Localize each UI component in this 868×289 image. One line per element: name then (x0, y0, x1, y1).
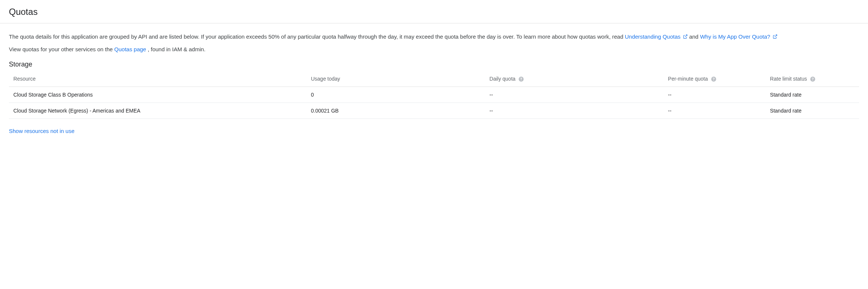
section-title-storage: Storage (9, 61, 859, 68)
over-quota-link[interactable]: Why is My App Over Quota? (700, 33, 777, 40)
external-link-icon (773, 33, 777, 41)
help-icon[interactable] (810, 76, 816, 82)
col-header-rate-label: Rate limit status (770, 76, 807, 82)
svg-line-1 (775, 35, 777, 37)
page-title: Quotas (9, 7, 859, 17)
understanding-quotas-link-label: Understanding Quotas (625, 33, 680, 40)
intro-text-2b: , found in IAM & admin. (148, 46, 206, 52)
help-icon[interactable] (518, 76, 524, 82)
intro-text-1b: and (689, 33, 700, 40)
col-header-usage: Usage today (306, 71, 485, 87)
table-header-row: Resource Usage today Daily quota Per-min… (9, 71, 859, 87)
cell-resource: Cloud Storage Class B Operations (9, 87, 306, 103)
cell-daily: -- (485, 103, 664, 118)
cell-per-minute: -- (664, 103, 766, 118)
col-header-daily: Daily quota (485, 71, 664, 87)
quota-table: Resource Usage today Daily quota Per-min… (9, 71, 859, 119)
cell-usage: 0.00021 GB (306, 103, 485, 118)
cell-resource: Cloud Storage Network (Egress) - America… (9, 103, 306, 118)
svg-line-0 (685, 35, 687, 37)
intro-text-1a: The quota details for this application a… (9, 33, 625, 40)
cell-per-minute: -- (664, 87, 766, 103)
col-header-rate: Rate limit status (766, 71, 859, 87)
intro-text-2a: View quotas for your other services on t… (9, 46, 114, 52)
col-header-resource: Resource (9, 71, 306, 87)
cell-daily: -- (485, 87, 664, 103)
col-header-per-minute: Per-minute quota (664, 71, 766, 87)
cell-rate: Standard rate (766, 87, 859, 103)
help-icon[interactable] (711, 76, 717, 82)
show-resources-toggle[interactable]: Show resources not in use (9, 128, 75, 134)
intro-text: The quota details for this application a… (9, 32, 825, 54)
understanding-quotas-link[interactable]: Understanding Quotas (625, 33, 689, 40)
cell-usage: 0 (306, 87, 485, 103)
external-link-icon (683, 33, 688, 41)
table-row: Cloud Storage Network (Egress) - America… (9, 103, 859, 118)
over-quota-link-label: Why is My App Over Quota? (700, 33, 770, 40)
col-header-per-minute-label: Per-minute quota (668, 76, 708, 82)
table-row: Cloud Storage Class B Operations 0 -- --… (9, 87, 859, 103)
cell-rate: Standard rate (766, 103, 859, 118)
quotas-page-link[interactable]: Quotas page (114, 46, 146, 52)
col-header-daily-label: Daily quota (490, 76, 516, 82)
